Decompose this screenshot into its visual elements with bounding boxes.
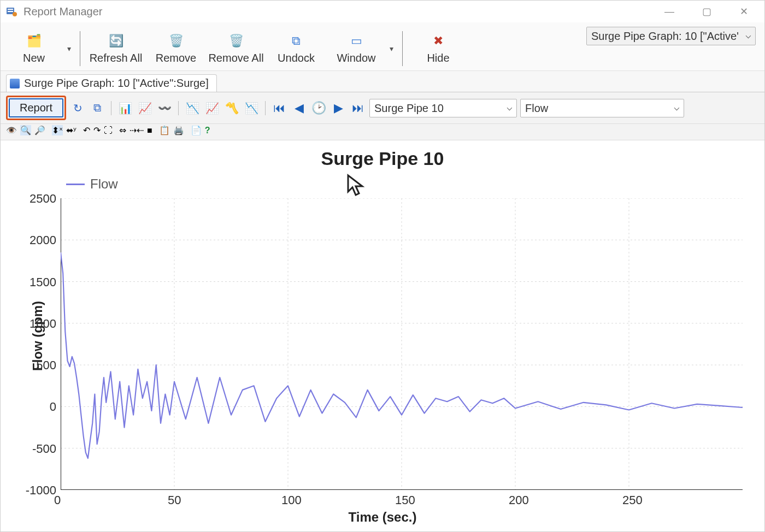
window-controls: — ▢ ✕ <box>657 3 760 20</box>
redo-icon[interactable]: ↷ <box>93 125 101 135</box>
axis-lock-x-icon[interactable]: ⬍ˣ <box>52 125 63 135</box>
remove-button[interactable]: 🗑️ Remove <box>146 27 206 70</box>
remove-icon: 🗑️ <box>168 33 184 49</box>
window-dropdown-caret[interactable]: ▾ <box>386 44 397 53</box>
new-button[interactable]: 🗂️ New <box>4 27 64 70</box>
x-axis-label: Time (sec.) <box>349 510 417 525</box>
undock-button[interactable]: ⧉ Undock <box>266 27 326 70</box>
page-icon[interactable]: 📄 <box>191 125 202 135</box>
separator <box>402 31 403 66</box>
separator <box>178 101 179 115</box>
chart-icon <box>10 79 20 88</box>
y-tick-label: 500 <box>36 358 61 373</box>
svg-rect-1 <box>8 9 13 10</box>
legend-swatch <box>66 184 85 185</box>
separator <box>80 31 80 66</box>
separator <box>265 101 266 115</box>
zoom-out-icon[interactable]: 🔎 <box>34 125 45 135</box>
series-selector[interactable]: Flow <box>520 99 684 117</box>
expand-h-icon[interactable]: ⇔ <box>119 125 126 135</box>
x-tick-label: 250 <box>622 490 643 507</box>
axis-lock-y-icon[interactable]: ⬌ʸ <box>66 125 76 135</box>
separator <box>111 101 111 115</box>
x-tick-label: 100 <box>281 490 302 507</box>
new-label: New <box>23 52 45 64</box>
graph-toolbar-2: 👁️ 🔍 🔎 ⬍ˣ ⬌ʸ ↶ ↷ ⛶ ⇔ ⇢⇠ ■ 📋 🖨️ 📄 ? <box>1 124 764 140</box>
hide-label: Hide <box>427 52 449 64</box>
first-button[interactable]: ⏮ <box>271 100 287 116</box>
x-tick-label: 200 <box>509 490 529 507</box>
y-tick-label: 2500 <box>30 192 61 206</box>
zoom-in-icon[interactable]: 🔍 <box>20 125 31 135</box>
chart-title: Surge Pipe 10 <box>17 148 748 169</box>
help-icon[interactable]: ? <box>205 126 210 135</box>
chart-settings-icon[interactable]: 📈 <box>137 100 153 116</box>
x-tick-label: 50 <box>168 490 181 507</box>
fit-icon[interactable]: ⛶ <box>104 126 113 135</box>
page-selector-wrap: Surge Pipe Graph: 10 ["Active":S <box>586 27 756 45</box>
close-button[interactable]: ✕ <box>732 3 756 20</box>
line-style-4-icon[interactable]: 📉 <box>243 100 260 116</box>
remove-all-icon: 🗑️ <box>228 33 244 49</box>
report-button-highlight: Report <box>6 96 66 120</box>
prev-button[interactable]: ◀ <box>291 100 307 116</box>
line-style-3-icon[interactable]: 〽️ <box>223 100 240 116</box>
refresh-icon[interactable]: ↻ <box>69 100 86 116</box>
refresh-all-button[interactable]: 🔄 Refresh All <box>86 27 146 70</box>
eye-icon[interactable]: 👁️ <box>6 125 17 135</box>
tab-label: Surge Pipe Graph: 10 ["Active":Surge] <box>24 77 209 90</box>
y-tick-label: 0 <box>50 400 61 414</box>
remove-all-label: Remove All <box>208 52 263 64</box>
remove-label: Remove <box>156 52 196 64</box>
page-selector[interactable]: Surge Pipe Graph: 10 ["Active":S <box>586 27 756 45</box>
new-dropdown-caret[interactable]: ▾ <box>64 44 74 53</box>
window-button[interactable]: ▭ Window <box>326 27 386 70</box>
chart-area: Surge Pipe 10 Flow Flow (gpm) Time (sec.… <box>1 140 764 531</box>
line-style-1-icon[interactable]: 📉 <box>184 100 201 116</box>
hide-icon: ✖ <box>431 33 446 49</box>
undock-icon: ⧉ <box>289 33 304 49</box>
titlebar: Report Manager — ▢ ✕ <box>1 1 764 22</box>
y-tick-label: 1500 <box>30 275 61 289</box>
tab-surge-pipe-graph[interactable]: Surge Pipe Graph: 10 ["Active":Surge] <box>6 74 217 92</box>
time-nav-icon[interactable]: 🕑 <box>310 100 327 116</box>
graph-toolbar: Report ↻ ⧉ 📊 📈 〰️ 📉 📈 〽️ 📉 ⏮ ◀ 🕑 ▶ ⏭ Sur… <box>1 92 764 124</box>
x-tick-label: 150 <box>395 490 415 507</box>
series-icon[interactable]: 〰️ <box>156 100 173 116</box>
plot-region[interactable]: -1000-5000500100015002000250005010015020… <box>61 198 743 490</box>
last-button[interactable]: ⏭ <box>350 100 366 116</box>
svg-rect-2 <box>8 11 13 12</box>
remove-all-button[interactable]: 🗑️ Remove All <box>206 27 266 70</box>
legend-label: Flow <box>90 176 118 192</box>
hide-button[interactable]: ✖ Hide <box>408 27 468 70</box>
refresh-all-label: Refresh All <box>90 52 143 64</box>
chart-legend: Flow <box>66 176 118 192</box>
maximize-button[interactable]: ▢ <box>695 3 719 20</box>
window-label: Window <box>337 52 375 64</box>
tab-strip: Surge Pipe Graph: 10 ["Active":Surge] <box>1 71 764 92</box>
print-icon[interactable]: 🖨️ <box>173 125 184 135</box>
next-button[interactable]: ▶ <box>330 100 346 116</box>
ribbon-toolbar: 🗂️ New ▾ 🔄 Refresh All 🗑️ Remove 🗑️ Remo… <box>1 22 764 71</box>
undock-label: Undock <box>278 52 315 64</box>
report-button[interactable]: Report <box>9 98 63 117</box>
item-selector[interactable]: Surge Pipe 10 <box>369 99 517 117</box>
refresh-icon: 🔄 <box>108 33 123 49</box>
stop-icon[interactable]: ■ <box>147 126 152 135</box>
collapse-h-icon[interactable]: ⇢⇠ <box>130 125 144 135</box>
series-selector-wrap: Flow <box>520 99 684 117</box>
chart-type-icon[interactable]: 📊 <box>117 100 133 116</box>
copy-image-icon[interactable]: 📋 <box>159 125 170 135</box>
line-style-2-icon[interactable]: 📈 <box>204 100 220 116</box>
undo-icon[interactable]: ↶ <box>83 125 90 135</box>
window-title: Report Manager <box>23 5 103 18</box>
copy-icon[interactable]: ⧉ <box>89 100 105 116</box>
x-tick-label: 0 <box>54 490 61 507</box>
minimize-button[interactable]: — <box>657 3 681 20</box>
app-window: Report Manager — ▢ ✕ 🗂️ New ▾ 🔄 Refresh … <box>0 0 765 532</box>
item-selector-wrap: Surge Pipe 10 <box>369 99 517 117</box>
y-tick-label: 2000 <box>30 233 61 247</box>
window-icon: ▭ <box>349 33 364 49</box>
new-icon: 🗂️ <box>26 33 42 49</box>
app-icon <box>5 5 18 18</box>
